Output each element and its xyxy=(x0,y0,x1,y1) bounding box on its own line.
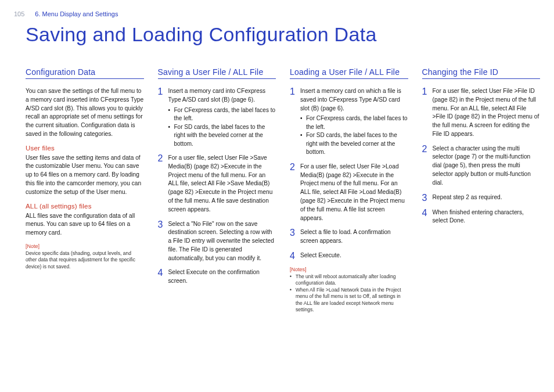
step-bullets: For CFexpress cards, the label faces to … xyxy=(168,106,276,149)
step: 2Select a character using the multi sele… xyxy=(422,145,541,188)
step: 3Repeat step 2 as required. xyxy=(422,193,541,203)
list-item: For CFexpress cards, the label faces to … xyxy=(168,106,276,123)
step-body: For a user file, select User File >File … xyxy=(433,87,541,139)
step-number: 2 xyxy=(422,145,428,188)
step-number: 1 xyxy=(422,87,428,139)
step: 4Select Execute. xyxy=(290,251,408,261)
step: 2For a user file, select User File >Load… xyxy=(290,163,408,222)
col-config-data: Configuration Data You can save the sett… xyxy=(26,67,144,380)
section-heading-config: Configuration Data xyxy=(26,67,144,79)
page-number: 105 xyxy=(14,10,24,17)
breadcrumb: 6. Menu Display and Settings xyxy=(35,10,118,17)
notes-label: [Notes] xyxy=(290,267,408,272)
step: 3Select a file to load. A confirmation s… xyxy=(290,228,408,246)
list-item: The unit will reboot automatically after… xyxy=(290,274,408,287)
step-body: Select a file to load. A confirmation sc… xyxy=(300,228,408,246)
page-header: 105 6. Menu Display and Settings xyxy=(0,10,554,17)
step-body: Select a character using the multi selec… xyxy=(433,145,541,188)
step: 1For a user file, select User File >File… xyxy=(422,87,541,139)
config-intro: You can save the settings of the full me… xyxy=(26,87,144,139)
section-heading-loading: Loading a User File / ALL File xyxy=(290,67,408,79)
steps-loading: 1Insert a memory card on which a file is… xyxy=(290,87,408,261)
step-number: 3 xyxy=(422,193,428,203)
step-body: Insert a memory card into CFexpress Type… xyxy=(168,87,276,148)
step: 3Select a "No File" row on the save dest… xyxy=(158,220,276,263)
section-heading-saving: Saving a User File / ALL File xyxy=(158,67,276,79)
step-body: Select Execute. xyxy=(300,251,341,261)
step-number: 2 xyxy=(158,154,164,214)
subsection-user-files: User files xyxy=(26,145,144,152)
step-body: For a user file, select User File >Save … xyxy=(168,154,276,214)
step: 4Select Execute on the confirmation scre… xyxy=(158,268,276,286)
list-item: When All File >Load Network Data in the … xyxy=(290,287,408,314)
step-number: 1 xyxy=(290,87,296,157)
notes-list: The unit will reboot automatically after… xyxy=(290,274,408,314)
step-body: Insert a memory card on which a file is … xyxy=(300,87,408,157)
step-body: For a user file, select User File >Load … xyxy=(300,163,408,222)
step-body: When finished entering characters, selec… xyxy=(433,208,541,226)
steps-file-id: 1For a user file, select User File >File… xyxy=(422,87,541,225)
section-heading-file-id: Changing the File ID xyxy=(422,67,541,79)
col-file-id: Changing the File ID 1For a user file, s… xyxy=(422,67,541,380)
user-files-body: User files save the setting items and da… xyxy=(26,154,144,197)
step: 2For a user file, select User File >Save… xyxy=(158,154,276,214)
step-body: Select Execute on the confirmation scree… xyxy=(168,268,276,286)
step: 1Insert a memory card on which a file is… xyxy=(290,87,408,157)
step-number: 1 xyxy=(158,87,164,148)
list-item: For SD cards, the label faces to the rig… xyxy=(168,123,276,149)
all-files-body: ALL files save the configuration data of… xyxy=(26,212,144,238)
list-item: For CFexpress cards, the label faces to … xyxy=(300,114,408,131)
col-loading: Loading a User File / ALL File 1Insert a… xyxy=(290,67,408,380)
step-number: 4 xyxy=(422,208,428,226)
step-number: 4 xyxy=(158,268,164,286)
step: 1Insert a memory card into CFexpress Typ… xyxy=(158,87,276,148)
steps-saving: 1Insert a memory card into CFexpress Typ… xyxy=(158,87,276,286)
list-item: For SD cards, the label faces to the rig… xyxy=(300,131,408,157)
step-number: 3 xyxy=(290,228,296,246)
content-columns: Configuration Data You can save the sett… xyxy=(26,67,540,380)
note-label: [Note] xyxy=(26,243,144,249)
step-bullets: For CFexpress cards, the label faces to … xyxy=(300,114,408,157)
col-saving: Saving a User File / ALL File 1Insert a … xyxy=(158,67,276,380)
step-body: Select a "No File" row on the save desti… xyxy=(168,220,276,263)
subsection-all-files: ALL (all settings) files xyxy=(26,203,144,210)
step: 4When finished entering characters, sele… xyxy=(422,208,541,226)
step-number: 4 xyxy=(290,251,296,261)
step-number: 2 xyxy=(290,163,296,222)
page-title: Saving and Loading Configuration Data xyxy=(26,23,377,46)
step-number: 3 xyxy=(158,220,164,263)
step-body: Repeat step 2 as required. xyxy=(433,193,502,203)
note-body: Device specific data (shading, output le… xyxy=(26,250,144,270)
